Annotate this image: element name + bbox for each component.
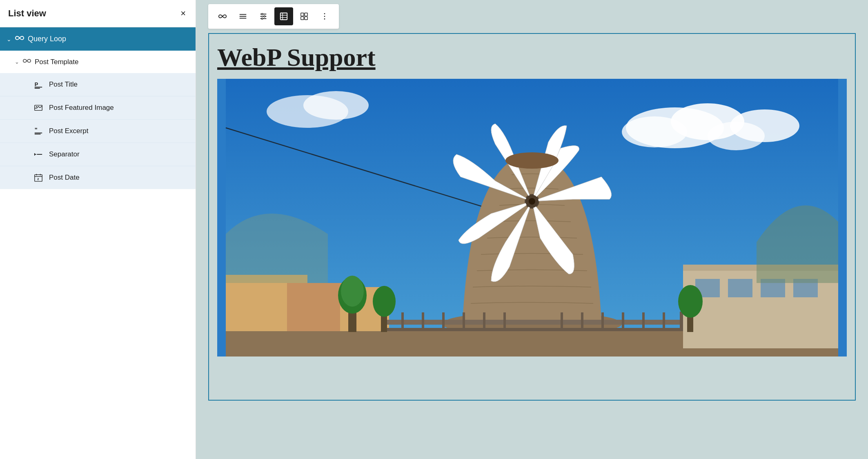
sidebar-header: List view × [0, 0, 196, 27]
post-title-icon: P [33, 79, 44, 90]
svg-rect-63 [442, 312, 445, 332]
svg-point-37 [324, 13, 325, 14]
sidebar-item-post-template[interactable]: ⌄ Post Template [0, 51, 196, 73]
svg-rect-33 [301, 13, 304, 16]
svg-point-47 [303, 91, 369, 120]
toolbar-more-button[interactable] [315, 7, 334, 25]
post-featured-image-icon [33, 102, 44, 114]
svg-rect-71 [642, 312, 645, 332]
svg-rect-78 [728, 279, 752, 297]
svg-point-45 [730, 109, 799, 142]
main-content: WebP Support [196, 0, 868, 459]
sliders-icon [259, 12, 268, 21]
svg-line-7 [40, 106, 42, 108]
svg-rect-62 [422, 312, 424, 332]
infinity-icon [218, 12, 227, 21]
list-view-tree: ⌄ Query Loop ⌄ Post Template [0, 27, 196, 459]
toolbar-list-button[interactable] [234, 7, 252, 25]
windmill-image [217, 79, 847, 357]
grid-icon [300, 12, 309, 21]
svg-rect-36 [305, 17, 307, 20]
sidebar-item-post-date[interactable]: 2 Post Date [0, 166, 196, 189]
separator-label: Separator [49, 150, 80, 158]
svg-point-28 [261, 18, 263, 20]
svg-rect-35 [301, 17, 304, 20]
svg-rect-66 [503, 312, 506, 332]
more-icon [320, 12, 329, 21]
svg-point-26 [261, 13, 263, 15]
chevron-down-icon: ⌄ [7, 36, 11, 42]
svg-rect-67 [561, 312, 563, 332]
svg-line-6 [38, 106, 40, 108]
sidebar-item-post-title[interactable]: P Post Title [0, 73, 196, 96]
separator-icon [33, 149, 44, 160]
editor-toolbar [208, 4, 339, 29]
svg-rect-73 [680, 312, 683, 332]
svg-text:": " [35, 127, 38, 133]
post-date-label: Post Date [49, 174, 80, 182]
post-excerpt-icon: " [33, 125, 44, 137]
svg-point-43 [622, 116, 687, 147]
sidebar: List view × ⌄ Query Loop ⌄ [0, 0, 196, 459]
svg-rect-70 [622, 312, 624, 332]
sidebar-title: List view [8, 8, 46, 19]
svg-rect-3 [35, 105, 42, 111]
post-title-label: Post Title [49, 80, 78, 89]
svg-rect-59 [381, 328, 683, 331]
post-canvas: WebP Support [208, 33, 856, 401]
svg-point-38 [324, 16, 325, 17]
toolbar-infinity-button[interactable] [213, 7, 232, 25]
svg-text:2: 2 [37, 177, 39, 181]
svg-rect-29 [280, 13, 287, 20]
svg-rect-69 [601, 312, 604, 332]
sidebar-item-query-loop[interactable]: ⌄ Query Loop [0, 27, 196, 51]
svg-rect-65 [483, 312, 485, 332]
svg-line-5 [37, 106, 38, 108]
post-template-icon [22, 56, 31, 67]
svg-rect-58 [381, 320, 683, 325]
post-featured-image-label: Post Featured Image [49, 104, 114, 112]
svg-point-27 [264, 16, 265, 17]
query-loop-label: Query Loop [28, 35, 66, 43]
svg-point-87 [678, 285, 703, 318]
close-button[interactable]: × [179, 7, 187, 20]
list-icon [238, 12, 247, 21]
svg-rect-68 [581, 312, 583, 332]
svg-rect-72 [663, 312, 665, 332]
sidebar-item-post-excerpt[interactable]: " Post Excerpt [0, 120, 196, 143]
svg-rect-61 [401, 312, 404, 332]
toolbar-settings-button[interactable] [254, 7, 273, 25]
svg-text:P: P [35, 81, 38, 87]
svg-point-8 [36, 106, 37, 107]
svg-point-85 [373, 286, 396, 317]
toolbar-block-button[interactable] [274, 7, 293, 25]
svg-point-56 [529, 198, 535, 205]
sidebar-item-separator[interactable]: Separator [0, 143, 196, 166]
svg-point-83 [341, 276, 364, 307]
canvas-area: WebP Support [196, 33, 868, 459]
svg-point-57 [505, 152, 559, 169]
sidebar-item-post-featured-image[interactable]: Post Featured Image [0, 96, 196, 120]
svg-rect-34 [305, 13, 307, 16]
post-date-icon: 2 [33, 172, 44, 183]
chevron-down-icon-2: ⌄ [15, 59, 19, 65]
block-icon [279, 12, 288, 21]
svg-rect-64 [463, 312, 465, 332]
post-title-heading[interactable]: WebP Support [217, 42, 847, 72]
query-loop-icon [15, 33, 24, 45]
toolbar-grid-button[interactable] [295, 7, 314, 25]
post-excerpt-label: Post Excerpt [49, 127, 88, 135]
post-featured-image-block[interactable] [217, 79, 847, 357]
post-template-label: Post Template [35, 58, 78, 66]
svg-point-39 [324, 18, 325, 20]
